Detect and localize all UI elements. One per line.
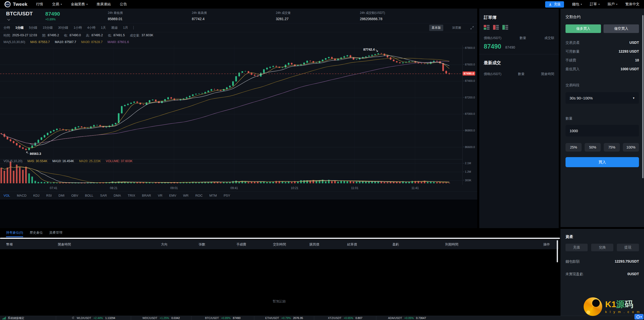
timeframe-tab[interactable]: 1小時 — [73, 25, 82, 30]
mini-ticker[interactable]: ETH/USDT+0.79%2076.95 — [254, 316, 314, 320]
deposit-label: 充值 — [554, 2, 560, 7]
asset-row-value: 0USDT — [627, 272, 639, 276]
ohlc-value: 2025-03-27 12:03 — [12, 33, 37, 38]
indicator-tab[interactable]: PSY — [224, 194, 230, 197]
nav-item[interactable]: 公告 — [120, 2, 127, 7]
signal-bars-icon — [3, 317, 6, 319]
ticker-stat-value: 3281.27 — [276, 17, 360, 21]
chevron-down-icon — [7, 18, 10, 20]
nav-right-item[interactable]: 繁体中文 — [625, 2, 639, 7]
indicator-tab[interactable]: DMA — [114, 194, 121, 197]
buy-short-button[interactable]: 做空買入 — [603, 24, 639, 33]
indicator-tab[interactable]: OBV — [71, 194, 78, 197]
orderbook-layout-both-icon[interactable] — [484, 25, 490, 30]
view-depth-button[interactable]: 深度圖 — [452, 26, 461, 30]
orderbook-layout-sell-icon[interactable] — [493, 25, 499, 30]
asset-action-button[interactable]: 充值 — [566, 244, 588, 251]
nav-right-item[interactable]: 訂單▾ — [590, 2, 600, 7]
nav-right-item[interactable]: 賬戶▾ — [608, 2, 617, 7]
chevron-down-icon: ▼ — [632, 97, 635, 99]
assets-buttons: 充值兌換提現 — [566, 244, 639, 251]
nav-item[interactable]: 金融業務▾ — [71, 2, 88, 7]
pair-selector[interactable]: BTC/USDT — [6, 11, 44, 21]
mini-tickers: WLD/USDT+2.44%1.13294WDC/USDT+1.25%0.034… — [56, 316, 438, 320]
time-tick-label: 09:41 — [230, 186, 238, 190]
mini-ticker[interactable]: WLD/USDT+2.44%1.13294 — [56, 316, 131, 320]
timeframe-tab[interactable]: 15分鐘 — [43, 25, 53, 30]
positions-table-header: 幣種開倉時間方向張數手續費交割時間購買價結算價盈虧到期時間操作 — [0, 240, 559, 249]
view-basic-button[interactable]: 基本版 — [429, 25, 443, 31]
trade-info-row: 可用數量12293 USDT — [566, 49, 639, 54]
timeframe-tab[interactable]: 分時 — [4, 25, 10, 30]
ohlc-value: 37.603K — [142, 33, 153, 38]
timeframe-tab[interactable]: 1月 — [123, 25, 128, 30]
time-axis: 07:4108:2109:0109:4110:2111:0111:41 — [0, 185, 477, 192]
latest-trades-title: 最新成交 — [484, 60, 554, 66]
chart-plot[interactable]: 87742.486563.3 VOL(5,10,20)MA5: 30.554KM… — [0, 45, 477, 185]
brand[interactable]: TWEEK Tweek — [5, 1, 27, 7]
mini-ticker[interactable]: WDC/USDT+1.25%0.0342 — [131, 316, 191, 320]
timeframe-tab[interactable]: 週線 — [111, 25, 118, 30]
percent-button[interactable]: 50% — [585, 143, 601, 152]
vertical-scrollbar[interactable] — [557, 240, 558, 262]
nav-item[interactable]: 推廣連結 — [97, 2, 111, 7]
main-area: BTC/USDT 87490 +0.89% 24h 最低價85869.0124h… — [0, 9, 644, 316]
expand-icon[interactable] — [470, 26, 474, 29]
nav-item[interactable]: 交易▾ — [52, 2, 62, 7]
indicator-tab[interactable]: VR — [158, 194, 162, 197]
timeframe-tab[interactable]: 30分鐘 — [58, 25, 68, 30]
indicator-tab[interactable]: WR — [183, 194, 189, 197]
indicator-tab[interactable]: RSI — [46, 194, 52, 197]
nav-item[interactable]: 行情 — [36, 2, 43, 7]
indicator-tab[interactable]: MTM — [209, 194, 217, 197]
timeframe-tab[interactable]: 4小時 — [87, 25, 96, 30]
download-icon — [549, 3, 552, 6]
positions-tab[interactable]: 歷史倉位 — [30, 230, 43, 237]
timeframe-tab[interactable]: 1天 — [101, 25, 106, 30]
candlestick-chart[interactable]: 87742.486563.3 — [0, 45, 462, 159]
status-bar: 系統鏈接穩定 WLD/USDT+2.44%1.13294WDC/USDT+1.2… — [0, 316, 644, 320]
timeframe-tab[interactable]: 1分鐘 — [15, 25, 24, 30]
ohlc-item: 成交量:37.603K — [130, 33, 153, 38]
positions-tab[interactable]: 資產管理 — [49, 230, 62, 237]
panel-scrollbar[interactable] — [642, 15, 643, 178]
deposit-button[interactable]: 充值 — [545, 1, 564, 8]
percent-button[interactable]: 75% — [604, 143, 620, 152]
volume-tick-label: 300K — [463, 179, 471, 182]
indicator-tab[interactable]: KDJ — [33, 194, 39, 197]
asset-action-button[interactable]: 兌換 — [591, 244, 613, 251]
indicator-tab[interactable]: BOLL — [85, 194, 93, 197]
mini-ticker-change: +1.25% — [160, 316, 169, 319]
mini-ticker[interactable]: XTZ/USDT+0.65%0.807 — [314, 316, 376, 320]
buy-button[interactable]: 買入 — [566, 157, 639, 167]
indicator-tab[interactable]: ROC — [195, 194, 203, 197]
mini-ticker[interactable]: ADA/USDT+0.05%0.73647 — [376, 316, 438, 320]
mini-ticker[interactable]: BTC/USDT+0.89%87490 — [191, 316, 254, 320]
volume-chart[interactable] — [0, 159, 462, 185]
session-label: 交易時段 — [566, 83, 639, 88]
percent-button[interactable]: 100% — [623, 143, 639, 152]
indicator-tab[interactable]: EMV — [169, 194, 176, 197]
indicator-tab[interactable]: TRIX — [128, 194, 135, 197]
indicator-tab[interactable]: VOL — [4, 194, 10, 197]
session-select[interactable]: 30s 90~100% ▼ — [566, 92, 639, 104]
chart-column: BTC/USDT 87490 +0.89% 24h 最低價85869.0124h… — [0, 9, 477, 228]
timeframe-tab[interactable]: 5分鐘 — [29, 25, 37, 30]
asset-action-button[interactable]: 提現 — [617, 244, 639, 251]
volume-ma-value: VOLUME: 37.603K — [106, 159, 133, 163]
percent-button[interactable]: 25% — [566, 143, 582, 152]
positions-tab[interactable]: 持有倉位(0) — [6, 230, 23, 237]
orderbook-headers: 價格(USDT)數量成交額 — [484, 36, 554, 40]
buy-long-button[interactable]: 做多買入 — [566, 24, 601, 33]
indicator-tab[interactable]: DMI — [59, 194, 65, 197]
orderbook-last-price: 87490 — [484, 43, 501, 50]
nav-right-item[interactable]: 錢包▾ — [572, 2, 582, 7]
price-tick-label: 86800.0 — [463, 129, 475, 132]
orderbook-layout-buy-icon[interactable] — [502, 25, 508, 30]
horizontal-scrollbar[interactable] — [0, 238, 560, 239]
amount-input[interactable] — [566, 125, 639, 136]
indicator-tab[interactable]: MACD — [17, 194, 26, 197]
orderbook-last-price-row[interactable]: 87490 87490 — [484, 43, 554, 50]
indicator-tab[interactable]: SAR — [100, 194, 107, 197]
indicator-tab[interactable]: BRAR — [142, 194, 151, 197]
